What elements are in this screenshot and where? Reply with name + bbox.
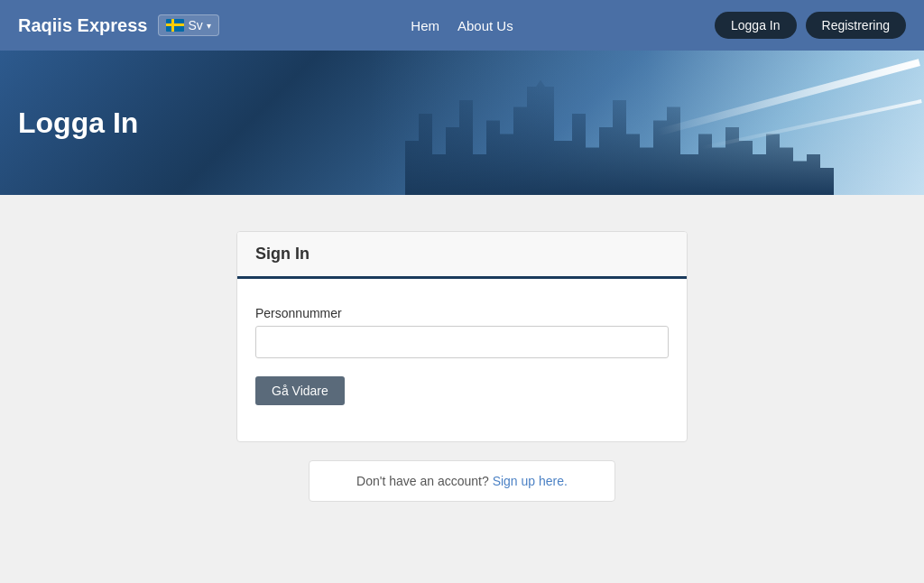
navbar-left: Raqiis Express Sv ▾ (18, 14, 219, 36)
personnummer-input[interactable] (255, 326, 669, 358)
brand-name: Raqiis Express (18, 15, 147, 36)
language-selector[interactable]: Sv ▾ (158, 14, 218, 36)
navbar-right: Logga In Registrering (715, 12, 906, 39)
hero-title: Logga In (18, 106, 138, 140)
light-streak (657, 59, 920, 135)
proceed-button[interactable]: Gå Vidare (255, 376, 345, 405)
login-button[interactable]: Logga In (715, 12, 797, 39)
city-silhouette (383, 60, 834, 195)
signup-link[interactable]: Sign up here. (493, 474, 568, 488)
nav-link-about-us[interactable]: About Us (457, 18, 513, 33)
main-content: Sign In Personnummer Gå Vidare Don't hav… (0, 195, 924, 538)
register-button[interactable]: Registrering (806, 12, 906, 39)
signup-prompt: Don't have an account? (356, 474, 489, 488)
nav-link-hem[interactable]: Hem (411, 18, 439, 33)
light-streak-2 (700, 99, 921, 150)
chevron-down-icon: ▾ (207, 21, 211, 31)
personnummer-label: Personnummer (255, 306, 669, 320)
personnummer-form-group: Personnummer (255, 306, 669, 358)
lang-code: Sv (188, 18, 202, 32)
navbar-center: Hem About Us (411, 18, 513, 33)
signin-card: Sign In Personnummer Gå Vidare (236, 231, 688, 442)
navbar: Raqiis Express Sv ▾ Hem About Us Logga I… (0, 0, 924, 51)
signin-card-header: Sign In (237, 232, 687, 279)
flag-icon (166, 19, 184, 32)
signin-card-body: Personnummer Gå Vidare (237, 279, 687, 441)
signup-box: Don't have an account? Sign up here. (309, 460, 615, 502)
hero-banner: Logga In (0, 51, 924, 195)
signin-card-title: Sign In (255, 245, 310, 263)
